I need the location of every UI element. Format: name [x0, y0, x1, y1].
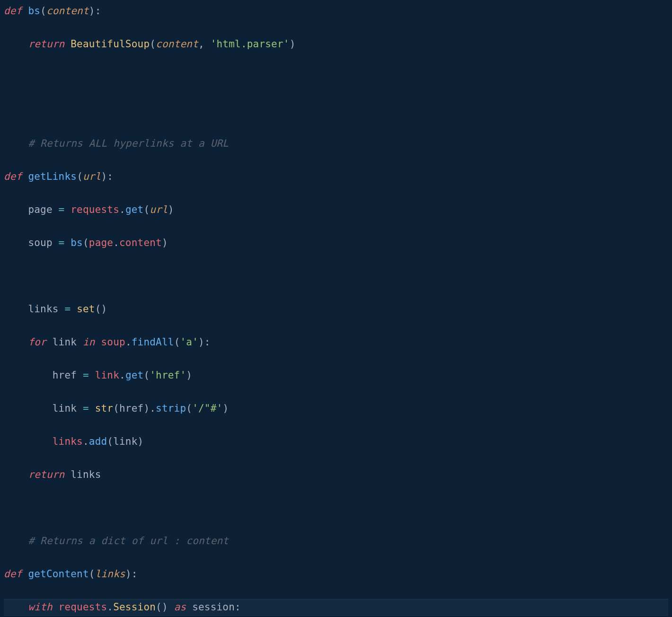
code-line: href = link.get('href') — [4, 367, 668, 384]
code-line: return BeautifulSoup(content, 'html.pars… — [4, 36, 668, 53]
code-line: page = requests.get(url) — [4, 202, 668, 218]
code-block: def bs(content): return BeautifulSoup(co… — [0, 0, 672, 617]
code-line: links.add(link) — [4, 433, 668, 450]
code-line — [4, 500, 668, 516]
code-line — [4, 69, 668, 86]
code-line: links = set() — [4, 301, 668, 317]
code-line: def bs(content): — [4, 3, 668, 19]
code-line: # Returns ALL hyperlinks at a URL — [4, 135, 668, 152]
code-line — [4, 268, 668, 284]
code-line: link = str(href).strip('/"#') — [4, 400, 668, 417]
code-line: return links — [4, 467, 668, 483]
code-line-highlighted: with requests.Session() as session: — [4, 599, 668, 616]
code-line: def getContent(links): — [4, 566, 668, 582]
code-line — [4, 102, 668, 119]
code-line: def getLinks(url): — [4, 168, 668, 185]
code-line: soup = bs(page.content) — [4, 235, 668, 251]
code-line: for link in soup.findAll('a'): — [4, 334, 668, 351]
code-line: # Returns a dict of url : content — [4, 533, 668, 549]
